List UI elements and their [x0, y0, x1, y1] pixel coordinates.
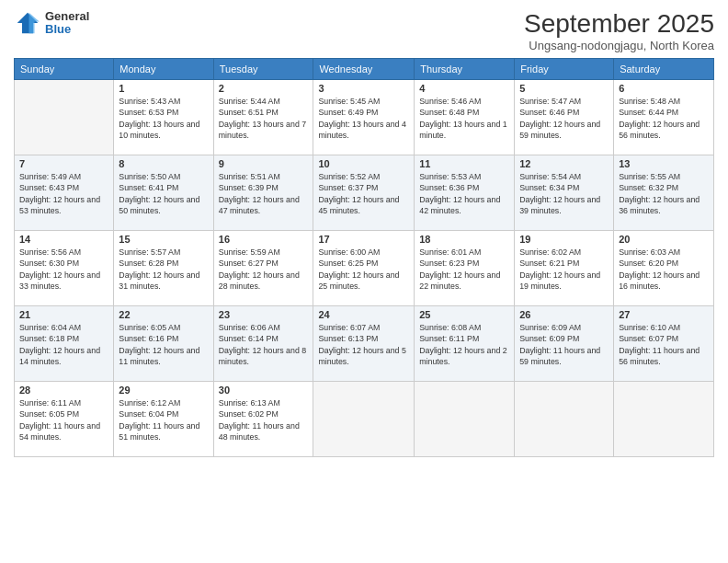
day-number: 19 — [519, 234, 609, 245]
calendar-cell: 23Sunrise: 6:06 AMSunset: 6:14 PMDayligh… — [213, 306, 313, 382]
day-info: Sunrise: 5:53 AMSunset: 6:36 PMDaylight:… — [419, 171, 509, 216]
calendar-cell: 10Sunrise: 5:52 AMSunset: 6:37 PMDayligh… — [313, 155, 415, 231]
day-info: Sunrise: 6:00 AMSunset: 6:25 PMDaylight:… — [318, 247, 409, 292]
day-number: 4 — [419, 83, 509, 94]
calendar-cell — [515, 382, 614, 457]
logo-blue-text: Blue — [45, 23, 89, 36]
day-number: 29 — [119, 385, 208, 396]
day-info: Sunrise: 6:13 AMSunset: 6:02 PMDaylight:… — [219, 397, 309, 442]
calendar-cell: 29Sunrise: 6:12 AMSunset: 6:04 PMDayligh… — [114, 382, 213, 457]
day-info: Sunrise: 6:05 AMSunset: 6:16 PMDaylight:… — [119, 322, 208, 367]
logo-icon — [14, 9, 41, 37]
calendar-cell: 25Sunrise: 6:08 AMSunset: 6:11 PMDayligh… — [415, 306, 515, 382]
calendar-header-tuesday: Tuesday — [213, 59, 313, 80]
calendar-cell: 8Sunrise: 5:50 AMSunset: 6:41 PMDaylight… — [114, 155, 213, 231]
calendar-header-row: SundayMondayTuesdayWednesdayThursdayFrid… — [15, 59, 714, 80]
calendar-cell: 12Sunrise: 5:54 AMSunset: 6:34 PMDayligh… — [515, 155, 614, 231]
calendar-week-4: 21Sunrise: 6:04 AMSunset: 6:18 PMDayligh… — [15, 306, 714, 382]
day-number: 8 — [119, 158, 208, 169]
day-number: 20 — [619, 234, 709, 245]
day-info: Sunrise: 5:49 AMSunset: 6:43 PMDaylight:… — [19, 171, 108, 216]
day-number: 30 — [219, 385, 309, 396]
day-number: 7 — [19, 158, 108, 169]
day-number: 21 — [19, 309, 108, 320]
day-number: 13 — [619, 158, 709, 169]
header: General Blue September 2025 Ungsang-nodo… — [14, 9, 714, 52]
calendar-cell: 27Sunrise: 6:10 AMSunset: 6:07 PMDayligh… — [614, 306, 714, 382]
day-number: 23 — [219, 309, 309, 320]
calendar-cell: 20Sunrise: 6:03 AMSunset: 6:20 PMDayligh… — [614, 231, 714, 306]
calendar-cell: 5Sunrise: 5:47 AMSunset: 6:46 PMDaylight… — [515, 80, 614, 155]
day-number: 14 — [19, 234, 108, 245]
calendar-header-monday: Monday — [114, 59, 213, 80]
logo: General Blue — [14, 9, 89, 37]
calendar-cell — [15, 80, 114, 155]
day-info: Sunrise: 6:11 AMSunset: 6:05 PMDaylight:… — [19, 397, 108, 442]
logo-general-text: General — [45, 10, 89, 23]
day-number: 16 — [219, 234, 309, 245]
calendar-cell: 19Sunrise: 6:02 AMSunset: 6:21 PMDayligh… — [515, 231, 614, 306]
day-info: Sunrise: 6:04 AMSunset: 6:18 PMDaylight:… — [19, 322, 108, 367]
day-number: 3 — [318, 83, 409, 94]
day-number: 2 — [219, 83, 309, 94]
day-number: 24 — [318, 309, 409, 320]
day-info: Sunrise: 5:54 AMSunset: 6:34 PMDaylight:… — [519, 171, 609, 216]
calendar-cell: 1Sunrise: 5:43 AMSunset: 6:53 PMDaylight… — [114, 80, 213, 155]
title-block: September 2025 Ungsang-nodongjagu, North… — [524, 9, 714, 52]
day-number: 5 — [519, 83, 609, 94]
day-info: Sunrise: 5:57 AMSunset: 6:28 PMDaylight:… — [119, 247, 208, 292]
day-number: 15 — [119, 234, 208, 245]
calendar-cell: 26Sunrise: 6:09 AMSunset: 6:09 PMDayligh… — [515, 306, 614, 382]
day-number: 9 — [219, 158, 309, 169]
day-number: 11 — [419, 158, 509, 169]
calendar-cell: 14Sunrise: 5:56 AMSunset: 6:30 PMDayligh… — [15, 231, 114, 306]
day-info: Sunrise: 6:12 AMSunset: 6:04 PMDaylight:… — [119, 397, 208, 442]
svg-marker-0 — [17, 13, 39, 34]
calendar-header-friday: Friday — [515, 59, 614, 80]
day-info: Sunrise: 6:03 AMSunset: 6:20 PMDaylight:… — [619, 247, 709, 292]
calendar-cell — [313, 382, 415, 457]
location: Ungsang-nodongjagu, North Korea — [524, 39, 714, 52]
calendar-table: SundayMondayTuesdayWednesdayThursdayFrid… — [14, 58, 714, 457]
day-info: Sunrise: 5:52 AMSunset: 6:37 PMDaylight:… — [318, 171, 409, 216]
day-number: 10 — [318, 158, 409, 169]
day-number: 18 — [419, 234, 509, 245]
day-info: Sunrise: 6:06 AMSunset: 6:14 PMDaylight:… — [219, 322, 309, 367]
logo-text: General Blue — [45, 10, 89, 37]
calendar-cell: 15Sunrise: 5:57 AMSunset: 6:28 PMDayligh… — [114, 231, 213, 306]
day-number: 27 — [619, 309, 709, 320]
calendar-cell: 13Sunrise: 5:55 AMSunset: 6:32 PMDayligh… — [614, 155, 714, 231]
page: General Blue September 2025 Ungsang-nodo… — [0, 0, 728, 563]
calendar-header-thursday: Thursday — [415, 59, 515, 80]
day-info: Sunrise: 6:01 AMSunset: 6:23 PMDaylight:… — [419, 247, 509, 292]
calendar-cell: 22Sunrise: 6:05 AMSunset: 6:16 PMDayligh… — [114, 306, 213, 382]
day-info: Sunrise: 6:09 AMSunset: 6:09 PMDaylight:… — [519, 322, 609, 367]
day-info: Sunrise: 5:46 AMSunset: 6:48 PMDaylight:… — [419, 96, 509, 141]
day-info: Sunrise: 5:45 AMSunset: 6:49 PMDaylight:… — [318, 96, 409, 141]
day-info: Sunrise: 6:07 AMSunset: 6:13 PMDaylight:… — [318, 322, 409, 367]
day-info: Sunrise: 5:59 AMSunset: 6:27 PMDaylight:… — [219, 247, 309, 292]
day-info: Sunrise: 6:02 AMSunset: 6:21 PMDaylight:… — [519, 247, 609, 292]
calendar-cell: 11Sunrise: 5:53 AMSunset: 6:36 PMDayligh… — [415, 155, 515, 231]
calendar-week-5: 28Sunrise: 6:11 AMSunset: 6:05 PMDayligh… — [15, 382, 714, 457]
calendar-header-sunday: Sunday — [15, 59, 114, 80]
calendar-cell: 17Sunrise: 6:00 AMSunset: 6:25 PMDayligh… — [313, 231, 415, 306]
day-info: Sunrise: 5:56 AMSunset: 6:30 PMDaylight:… — [19, 247, 108, 292]
day-number: 28 — [19, 385, 108, 396]
calendar-week-2: 7Sunrise: 5:49 AMSunset: 6:43 PMDaylight… — [15, 155, 714, 231]
calendar-header-wednesday: Wednesday — [313, 59, 415, 80]
day-number: 17 — [318, 234, 409, 245]
calendar-cell: 24Sunrise: 6:07 AMSunset: 6:13 PMDayligh… — [313, 306, 415, 382]
calendar-cell: 30Sunrise: 6:13 AMSunset: 6:02 PMDayligh… — [213, 382, 313, 457]
day-info: Sunrise: 5:55 AMSunset: 6:32 PMDaylight:… — [619, 171, 709, 216]
day-info: Sunrise: 5:47 AMSunset: 6:46 PMDaylight:… — [519, 96, 609, 141]
day-info: Sunrise: 5:50 AMSunset: 6:41 PMDaylight:… — [119, 171, 208, 216]
day-info: Sunrise: 5:43 AMSunset: 6:53 PMDaylight:… — [119, 96, 208, 141]
month-title: September 2025 — [524, 9, 714, 39]
day-number: 22 — [119, 309, 208, 320]
calendar-cell: 4Sunrise: 5:46 AMSunset: 6:48 PMDaylight… — [415, 80, 515, 155]
calendar-week-3: 14Sunrise: 5:56 AMSunset: 6:30 PMDayligh… — [15, 231, 714, 306]
calendar-cell — [614, 382, 714, 457]
day-number: 6 — [619, 83, 709, 94]
calendar-cell: 3Sunrise: 5:45 AMSunset: 6:49 PMDaylight… — [313, 80, 415, 155]
